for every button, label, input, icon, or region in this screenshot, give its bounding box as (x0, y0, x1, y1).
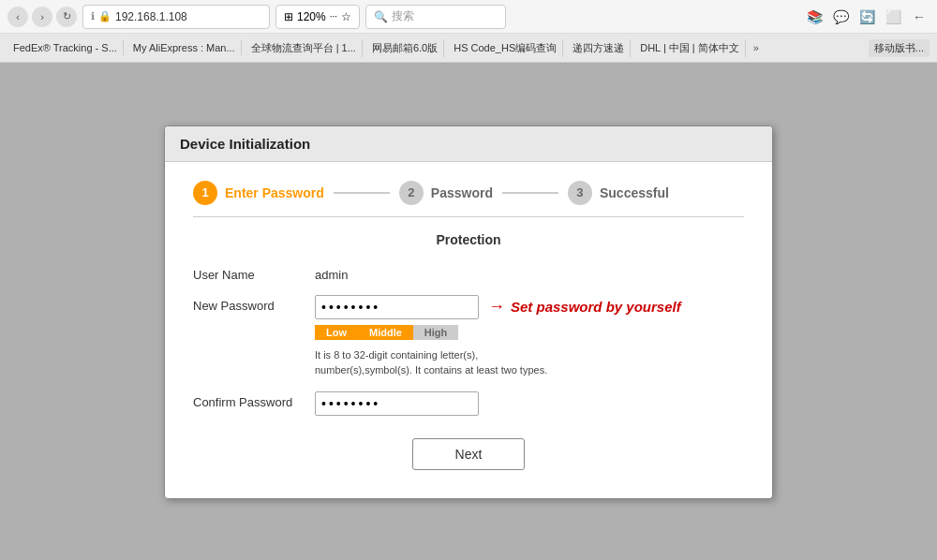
username-row: User Name admin (193, 264, 744, 282)
button-area: Next (193, 438, 744, 470)
dialog-header: Device Initialization (165, 126, 772, 162)
mobile-button[interactable]: 移动版书... (869, 39, 930, 57)
strength-low[interactable]: Low (315, 325, 358, 340)
reload-button[interactable]: ↻ (56, 7, 77, 27)
zoom-area[interactable]: ⊞ 120% ··· ☆ (275, 5, 360, 29)
username-label: User Name (193, 264, 315, 282)
step-separator-2 (502, 192, 558, 194)
search-bar[interactable]: 🔍 搜索 (365, 5, 506, 29)
sync-icon[interactable]: 🔄 (856, 7, 877, 27)
step-1-number: 1 (201, 185, 208, 199)
section-title: Protection (193, 232, 744, 247)
nav-bar: ‹ › ↻ ℹ 🔒 192.168.1.108 ⊞ 120% ··· ☆ 🔍 搜… (0, 0, 937, 34)
confirm-password-wrap (315, 391, 744, 416)
search-placeholder: 搜索 (392, 8, 414, 24)
dialog-body: 1 Enter Password 2 Password 3 Success (165, 162, 772, 498)
security-icon: ℹ (91, 10, 95, 22)
new-password-wrap: → Set password by yourself Low Middle Hi… (315, 295, 744, 378)
page-icon: ⊞ (284, 10, 293, 23)
annotation-text: Set password by yourself (511, 299, 681, 315)
chat-icon[interactable]: 💬 (830, 7, 851, 27)
window-icon[interactable]: ⬜ (883, 7, 903, 27)
more-tabs-button[interactable]: » (750, 40, 763, 55)
back-nav-icon[interactable]: ← (909, 7, 930, 27)
step-separator-1 (334, 192, 390, 194)
step-3: 3 Successful (568, 181, 669, 205)
new-password-row: New Password → Set password by yourself … (193, 295, 744, 378)
tab-163mail[interactable]: 网易邮箱6.0版 (366, 39, 444, 57)
next-button[interactable]: Next (412, 438, 525, 470)
bookmark-icon: ☆ (341, 10, 351, 23)
password-input-row: → Set password by yourself (315, 295, 744, 319)
step-1: 1 Enter Password (193, 181, 324, 205)
forward-button[interactable]: › (32, 7, 52, 27)
tab-logistics[interactable]: 全球物流查询平台 | 1... (245, 39, 363, 57)
tabs-bar: FedEx® Tracking - S... My AliExpress : M… (0, 34, 937, 62)
step-2-circle: 2 (399, 181, 424, 205)
confirm-password-label: Confirm Password (193, 391, 315, 409)
zoom-level: 120% (297, 10, 326, 23)
nav-buttons: ‹ › ↻ (7, 7, 77, 27)
page-content: Device Initialization 1 Enter Password 2… (0, 63, 937, 560)
tab-fedex[interactable]: FedEx® Tracking - S... (7, 40, 124, 55)
search-icon: 🔍 (374, 10, 388, 23)
device-init-dialog: Device Initialization 1 Enter Password 2… (164, 125, 773, 499)
tab-51track[interactable]: 递四方速递 (567, 39, 631, 57)
new-password-input[interactable] (315, 295, 479, 319)
step-1-circle: 1 (193, 181, 217, 205)
password-strength-bar: Low Middle High (315, 325, 744, 340)
more-icon: ··· (330, 11, 337, 22)
tab-aliexpress[interactable]: My AliExpress : Man... (127, 40, 242, 55)
step-2-label: Password (431, 185, 493, 200)
step-3-label: Successful (600, 185, 669, 200)
address-text: 192.168.1.108 (115, 10, 187, 23)
back-button[interactable]: ‹ (7, 7, 28, 27)
password-hint: It is 8 to 32-digit containing letter(s)… (315, 347, 577, 378)
step-2: 2 Password (399, 181, 493, 205)
dialog-title: Device Initialization (180, 136, 310, 152)
tab-dhl[interactable]: DHL | 中国 | 简体中文 (634, 39, 746, 57)
library-icon[interactable]: 📚 (804, 7, 825, 27)
lock-icon: 🔒 (98, 10, 112, 22)
confirm-password-row: Confirm Password (193, 391, 744, 416)
steps-indicator: 1 Enter Password 2 Password 3 Success (193, 181, 744, 217)
tab-hscode[interactable]: HS Code_HS编码查询 (448, 39, 563, 57)
strength-high[interactable]: High (413, 325, 458, 340)
step-2-number: 2 (408, 185, 414, 199)
new-password-label: New Password (193, 295, 315, 313)
red-arrow-icon: → (488, 297, 505, 317)
arrow-annotation: → Set password by yourself (488, 297, 681, 317)
address-bar[interactable]: ℹ 🔒 192.168.1.108 (82, 5, 270, 29)
step-3-circle: 3 (568, 181, 592, 205)
nav-right-icons: 📚 💬 🔄 ⬜ ← (804, 7, 930, 27)
confirm-password-input[interactable] (315, 391, 479, 416)
browser-chrome: ‹ › ↻ ℹ 🔒 192.168.1.108 ⊞ 120% ··· ☆ 🔍 搜… (0, 0, 937, 63)
step-3-number: 3 (576, 185, 583, 199)
username-value: admin (315, 264, 348, 282)
step-1-label: Enter Password (225, 185, 324, 200)
strength-middle[interactable]: Middle (358, 325, 413, 340)
